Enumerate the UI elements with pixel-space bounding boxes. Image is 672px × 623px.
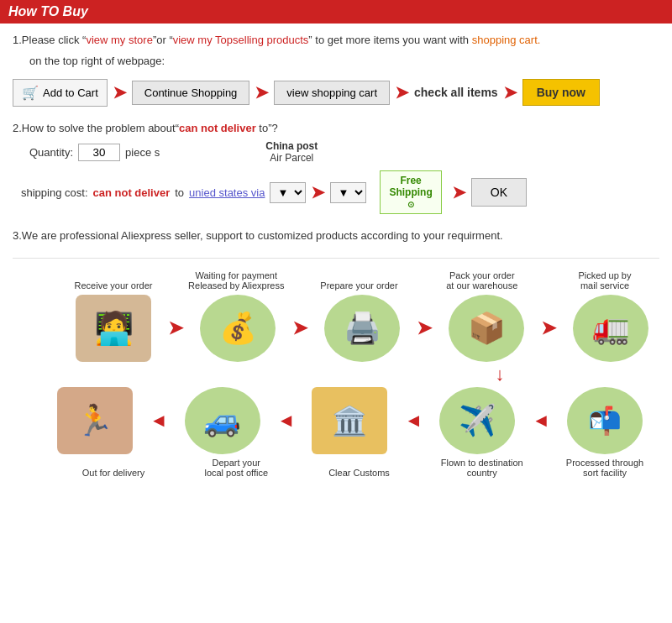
view-store-link[interactable]: view my store bbox=[86, 34, 152, 46]
label-sort: Processed throughsort facility bbox=[550, 454, 659, 482]
customs-label: Clear Customs bbox=[328, 454, 390, 478]
add-to-cart-button[interactable]: 🛒 Add to Cart bbox=[13, 79, 108, 107]
step2-suffix: to”? bbox=[256, 122, 278, 134]
label-pickup: Picked up bymail service bbox=[550, 267, 659, 295]
label-depart: Depart yourlocal post office bbox=[181, 454, 291, 482]
flow-arrow-1: ➤ bbox=[113, 82, 127, 102]
icon-flown: ✈️ bbox=[423, 387, 532, 454]
step1-suffix: ” to get more items you want with bbox=[308, 34, 469, 46]
row1-arrow1: ➤ bbox=[168, 317, 183, 339]
icon-customs: 🏛️ bbox=[295, 387, 404, 454]
prepare-icon: 🖨️ bbox=[324, 295, 400, 362]
label-out-delivery: Out for delivery bbox=[59, 454, 168, 482]
icon-pack: 📦 bbox=[432, 295, 541, 362]
pack-label: Pack your orderat our warehouse bbox=[446, 267, 517, 291]
step1-prefix: 1.Please click “ bbox=[13, 34, 86, 46]
process-row1-labels: Receive your order Waiting for paymentRe… bbox=[59, 267, 659, 295]
buy-now-button[interactable]: Buy now bbox=[522, 79, 600, 106]
view-cart-button[interactable]: view shopping cart bbox=[274, 81, 390, 105]
step1-section: 1.Please click “view my store”or “view m… bbox=[13, 32, 659, 107]
step2-problem-text: 2.How to solve the problem about“can not… bbox=[13, 120, 659, 138]
quantity-label: Quantity: bbox=[29, 146, 73, 159]
view-topselling-link[interactable]: view my Topselling products bbox=[173, 34, 309, 46]
icon-receive: 🧑‍💻 bbox=[59, 295, 168, 362]
pickup-icon: 🚛 bbox=[573, 295, 648, 362]
step2-prefix: 2.How to solve the problem about“ bbox=[13, 122, 179, 134]
depart-icon: 🚙 bbox=[185, 387, 260, 454]
shipping-method-select[interactable]: ▼ bbox=[330, 182, 366, 203]
sort-label: Processed throughsort facility bbox=[566, 454, 643, 478]
row2-arrow3: ◄ bbox=[404, 410, 423, 432]
step3-text: 3.We are professional Aliexpress seller,… bbox=[13, 228, 659, 244]
step3-section: 3.We are professional Aliexpress seller,… bbox=[13, 228, 659, 244]
shipping-cannot-deliver: can not deliver bbox=[93, 186, 171, 199]
header-bar: How TO Buy bbox=[0, 0, 672, 24]
down-arrow: ↓ bbox=[13, 364, 659, 385]
row2-arrow1: ◄ bbox=[150, 410, 168, 432]
divider bbox=[13, 258, 659, 259]
china-post-sub: Air Parcel bbox=[270, 152, 313, 164]
sort-icon: 📬 bbox=[567, 387, 643, 454]
label-pack: Pack your orderat our warehouse bbox=[428, 267, 537, 295]
payment-icon: 💰 bbox=[200, 295, 276, 362]
china-post-box: China post Air Parcel bbox=[265, 140, 318, 164]
label-customs: Clear Customs bbox=[305, 454, 414, 482]
quantity-unit: piece s bbox=[125, 146, 160, 159]
pickup-label: Picked up bymail service bbox=[579, 267, 632, 291]
process-row2-icons: 📬 ◄ ✈️ ◄ 🏛️ ◄ 🚙 ◄ 🏃 bbox=[59, 387, 659, 454]
continue-shopping-button[interactable]: Continue Shopping bbox=[132, 81, 250, 105]
flown-label: Flown to destinationcountry bbox=[441, 454, 523, 478]
shipping-label: Shipping bbox=[389, 186, 432, 198]
ok-button[interactable]: OK bbox=[471, 178, 527, 207]
quantity-input[interactable] bbox=[78, 144, 120, 161]
ship-arrow-1: ➤ bbox=[311, 182, 325, 202]
depart-label: Depart yourlocal post office bbox=[204, 454, 268, 478]
out-delivery-label: Out for delivery bbox=[82, 454, 145, 478]
free-shipping-box: Free Shipping ⊙ bbox=[380, 170, 441, 214]
shipping-to: to bbox=[175, 186, 184, 199]
flown-icon: ✈️ bbox=[439, 387, 515, 454]
process-row1-icons: 🧑‍💻 ➤ 💰 ➤ 🖨️ ➤ 📦 ➤ 🚛 bbox=[59, 295, 659, 362]
label-flown: Flown to destinationcountry bbox=[428, 454, 537, 482]
receive-icon: 🧑‍💻 bbox=[76, 295, 151, 362]
row2-arrow4: ◄ bbox=[532, 410, 550, 432]
check-all-items-label: check all items bbox=[414, 86, 498, 99]
flow-arrow-2: ➤ bbox=[255, 82, 269, 102]
free-label: Free bbox=[400, 175, 421, 186]
label-payment: Waiting for paymentReleased by Aliexpres… bbox=[181, 267, 291, 295]
step1-between: ”or “ bbox=[153, 34, 173, 46]
ship-arrow-2: ➤ bbox=[452, 182, 466, 202]
payment-label: Waiting for paymentReleased by Aliexpres… bbox=[188, 267, 284, 291]
out-delivery-icon: 🏃 bbox=[57, 387, 133, 454]
shopping-cart-link[interactable]: shopping cart. bbox=[472, 34, 541, 46]
icon-prepare: 🖨️ bbox=[307, 295, 417, 362]
flow-arrow-4: ➤ bbox=[503, 82, 517, 102]
row1-arrow2: ➤ bbox=[292, 317, 307, 339]
shipping-country-select[interactable]: ▼ bbox=[270, 182, 306, 203]
purchase-flow: 🛒 Add to Cart ➤ Continue Shopping ➤ view… bbox=[13, 79, 659, 107]
label-receive: Receive your order bbox=[59, 267, 168, 295]
radio-icon[interactable]: ⊙ bbox=[407, 200, 414, 209]
cart-icon: 🛒 bbox=[22, 85, 39, 101]
prepare-label: Prepare your order bbox=[320, 267, 397, 291]
row1-arrow3: ➤ bbox=[417, 317, 432, 339]
process-section: Receive your order Waiting for paymentRe… bbox=[13, 267, 659, 482]
row1-arrow4: ➤ bbox=[541, 317, 556, 339]
pack-icon: 📦 bbox=[449, 295, 524, 362]
flow-arrow-3: ➤ bbox=[395, 82, 409, 102]
shipping-via-link[interactable]: unied states via bbox=[189, 186, 265, 199]
step2-section: 2.How to solve the problem about“can not… bbox=[13, 120, 659, 215]
header-title: How TO Buy bbox=[8, 4, 88, 18]
icon-depart: 🚙 bbox=[168, 387, 277, 454]
icon-pickup: 🚛 bbox=[556, 295, 665, 362]
icon-payment: 💰 bbox=[183, 295, 292, 362]
label-prepare: Prepare your order bbox=[305, 267, 414, 295]
shipping-prefix: shipping cost: bbox=[21, 186, 88, 199]
quantity-row: Quantity: piece s China post Air Parcel bbox=[29, 140, 659, 164]
icon-sort: 📬 bbox=[550, 387, 659, 454]
icon-out-delivery: 🏃 bbox=[40, 387, 150, 454]
step1-subtext: on the top right of webpage: bbox=[29, 53, 659, 71]
process-row2-labels: Processed throughsort facility Flown to … bbox=[59, 454, 659, 482]
receive-label: Receive your order bbox=[75, 267, 153, 291]
shipping-row: shipping cost:can not deliver to unied s… bbox=[21, 170, 659, 214]
